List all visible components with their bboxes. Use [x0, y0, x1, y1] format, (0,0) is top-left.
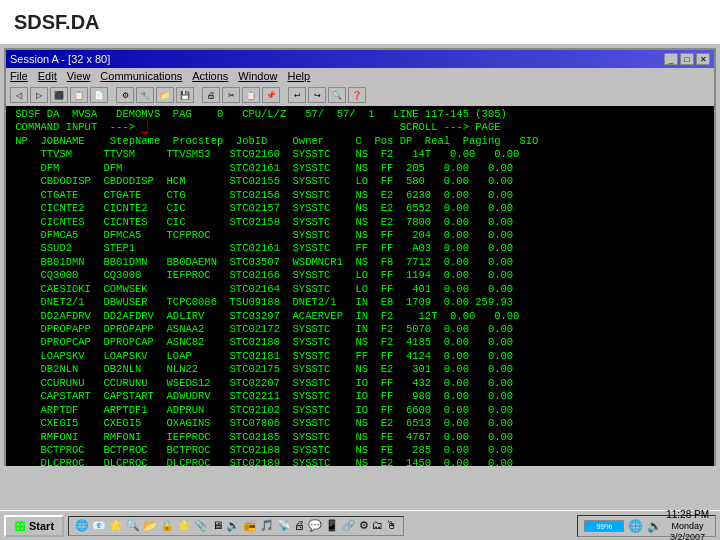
tb-btn-15[interactable]: ↪ — [308, 87, 326, 103]
window-titlebar: Session A - [32 x 80] _ □ ✕ — [6, 50, 714, 68]
tb-btn-9[interactable]: 💾 — [176, 87, 194, 103]
close-button[interactable]: ✕ — [696, 53, 710, 65]
toolbar: ◁ ▷ ⬛ 📋 📄 ⚙ 🔧 📁 💾 🖨 ✂ 📋 📌 ↩ ↪ 🔍 ❓ — [6, 84, 714, 106]
menu-actions[interactable]: Actions — [192, 70, 228, 82]
terminal-screen: SDSF DA MVSA DEMOMVS PAG 0 CPU/L/Z 57/ 5… — [6, 106, 714, 466]
window-title-text: Session A - [32 x 80] — [10, 53, 110, 65]
tb-btn-7[interactable]: 🔧 — [136, 87, 154, 103]
tb-btn-14[interactable]: ↩ — [288, 87, 306, 103]
taskbar: ⊞ Start 🌐 📧 🌟 🔍 📂 🔒 ⭐ 📎 🖥 🔊 📻 🎵 📡 🖨 💬 📱 … — [0, 510, 720, 540]
page-title: SDSF.DA — [0, 0, 720, 44]
menu-bar: File Edit View Communications Actions Wi… — [6, 68, 714, 84]
tb-btn-5[interactable]: 📄 — [90, 87, 108, 103]
tb-btn-6[interactable]: ⚙ — [116, 87, 134, 103]
tb-btn-3[interactable]: ⬛ — [50, 87, 68, 103]
tb-btn-13[interactable]: 📌 — [262, 87, 280, 103]
menu-edit[interactable]: Edit — [38, 70, 57, 82]
windows-logo-icon: ⊞ — [14, 518, 26, 534]
minimize-button[interactable]: _ — [664, 53, 678, 65]
tb-btn-1[interactable]: ◁ — [10, 87, 28, 103]
tb-btn-8[interactable]: 📁 — [156, 87, 174, 103]
cpu-usage-text: 99% — [585, 521, 623, 533]
tb-btn-16[interactable]: 🔍 — [328, 87, 346, 103]
clock: 11:28 PM Monday 3/2/2007 — [666, 509, 709, 540]
menu-help[interactable]: Help — [287, 70, 310, 82]
terminal-window: Session A - [32 x 80] _ □ ✕ File Edit Vi… — [4, 48, 716, 466]
cpu-usage-bar: 99% — [584, 520, 624, 532]
start-button[interactable]: ⊞ Start — [4, 515, 64, 537]
maximize-button[interactable]: □ — [680, 53, 694, 65]
menu-file[interactable]: File — [10, 70, 28, 82]
volume-icon: 🔊 — [647, 519, 662, 533]
menu-communications[interactable]: Communications — [100, 70, 182, 82]
tb-btn-4[interactable]: 📋 — [70, 87, 88, 103]
taskbar-apps: 🌐 📧 🌟 🔍 📂 🔒 ⭐ 📎 🖥 🔊 📻 🎵 📡 🖨 💬 📱 🔗 ⚙ 🗂 🖱 — [68, 516, 573, 536]
menu-view[interactable]: View — [67, 70, 91, 82]
tb-btn-11[interactable]: ✂ — [222, 87, 240, 103]
window-controls: _ □ ✕ — [664, 53, 710, 65]
system-tray: 99% 🌐 🔊 11:28 PM Monday 3/2/2007 — [577, 515, 716, 537]
tb-btn-2[interactable]: ▷ — [30, 87, 48, 103]
tb-btn-17[interactable]: ❓ — [348, 87, 366, 103]
taskbar-app-icons[interactable]: 🌐 📧 🌟 🔍 📂 🔒 ⭐ 📎 🖥 🔊 📻 🎵 📡 🖨 💬 📱 🔗 ⚙ 🗂 🖱 — [68, 516, 404, 536]
tb-btn-12[interactable]: 📋 — [242, 87, 260, 103]
network-icon: 🌐 — [628, 519, 643, 533]
tb-btn-10[interactable]: 🖨 — [202, 87, 220, 103]
menu-window[interactable]: Window — [238, 70, 277, 82]
